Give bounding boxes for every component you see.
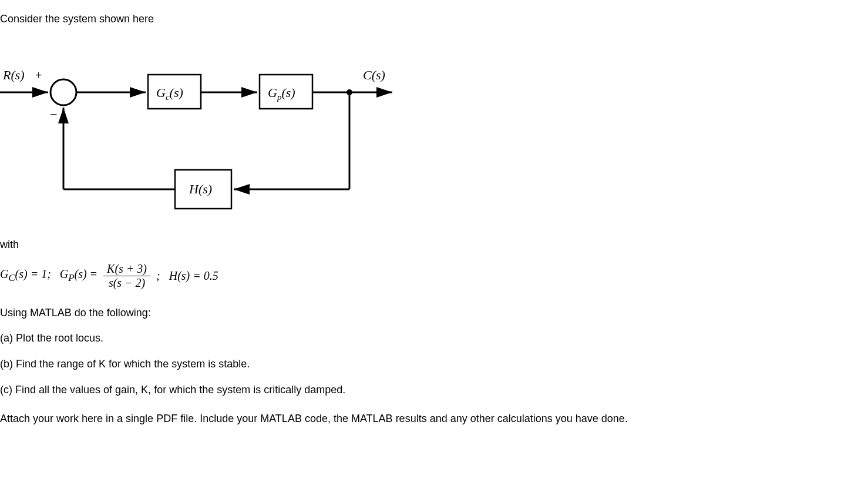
gp-label: Gp(s) xyxy=(268,85,295,102)
transfer-functions: GC(s) = 1; GP(s) = K(s + 3) s(s − 2) ; H… xyxy=(0,262,868,290)
part-a: (a) Plot the root locus. xyxy=(0,330,868,347)
part-b: (b) Find the range of K for which the sy… xyxy=(0,356,868,373)
plus-sign: + xyxy=(35,69,42,82)
minus-sign: − xyxy=(50,107,57,122)
h-label: H(s) xyxy=(189,182,212,196)
footer-note: Attach your work here in a single PDF fi… xyxy=(0,410,868,427)
c-label: C(s) xyxy=(363,68,385,82)
gc-label: Gc(s) xyxy=(156,85,183,102)
block-diagram: R(s) + − Gc(s) Gp(s) C(s) xyxy=(0,39,868,219)
summing-junction xyxy=(51,79,76,105)
part-c: (c) Find all the values of gain, K, for … xyxy=(0,381,868,399)
with-text: with xyxy=(0,236,868,253)
instruction-text: Using MATLAB do the following: xyxy=(0,304,868,322)
question-intro: Consider the system shown here xyxy=(0,11,868,28)
r-label: R(s) xyxy=(2,68,25,82)
